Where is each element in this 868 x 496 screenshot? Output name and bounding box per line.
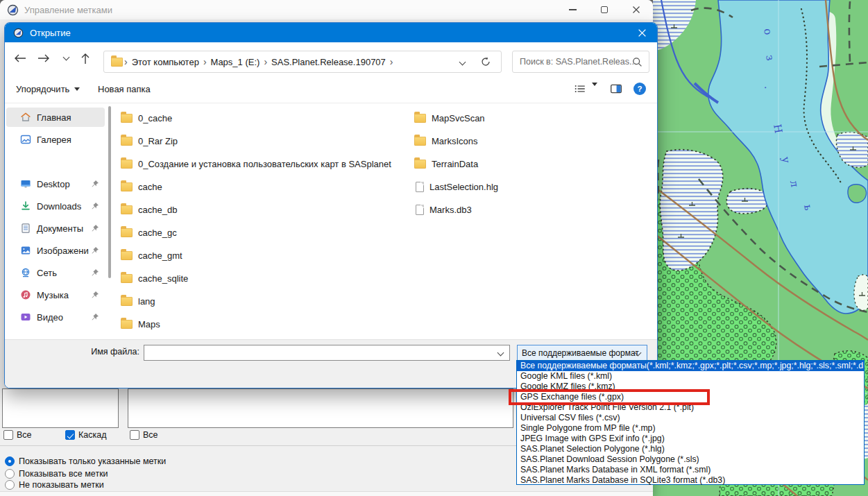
file-item[interactable]: 0_Создание и установка пользовательских … <box>121 153 412 176</box>
pin-icon <box>91 313 99 321</box>
organize-button[interactable]: Упорядочить <box>16 74 80 103</box>
sidebar-item-gallery[interactable]: Галерея <box>6 130 105 149</box>
sidebar-scrollbar[interactable] <box>108 106 111 278</box>
checkbox-cascade[interactable]: Каскад <box>65 430 106 440</box>
file-item[interactable]: TerrainData <box>414 153 643 176</box>
file-item[interactable]: cache_sqlite <box>121 267 412 290</box>
sidebar-item-music[interactable]: Музыка <box>6 285 105 305</box>
filetype-option-sls[interactable]: SAS.Planet Download Session Polygone (*.… <box>517 454 864 465</box>
back-button[interactable] <box>12 50 28 67</box>
file-item[interactable]: 0_cache <box>121 107 412 130</box>
caret-down-icon <box>74 87 80 91</box>
filetype-option-sml[interactable]: SAS.Planet Marks Database in XML format … <box>517 465 864 475</box>
folder-icon <box>121 160 133 169</box>
close-icon <box>632 6 640 14</box>
checkbox-label: Все <box>143 430 158 440</box>
sidebar-item-label: Главная <box>37 112 71 123</box>
breadcrumb-item-drive[interactable]: Maps_1 (E:) <box>211 57 260 67</box>
radio-icon[interactable] <box>5 480 15 490</box>
sidebar-item-label: Изображени <box>37 246 89 256</box>
view-mode-button[interactable] <box>574 83 586 95</box>
filetype-option-gpx[interactable]: GPS Exchange files (*.gpx) <box>517 392 864 402</box>
folder-icon <box>121 320 133 329</box>
preview-pane-button[interactable] <box>610 83 622 95</box>
forward-button[interactable] <box>35 50 52 67</box>
checkbox-icon[interactable] <box>3 430 13 440</box>
maximize-button[interactable] <box>593 0 616 19</box>
sidebar-item-home[interactable]: Главная <box>6 108 105 127</box>
marks-listbox[interactable] <box>128 388 513 428</box>
sidebar-item-label: Сеть <box>37 268 57 278</box>
checkbox-all-1[interactable]: Все <box>3 430 32 440</box>
sidebar-item-network[interactable]: Сеть <box>6 263 105 282</box>
file-item[interactable]: MapSvcScan <box>414 107 643 130</box>
file-item[interactable]: lang <box>121 290 412 313</box>
file-item[interactable]: cache_gc <box>121 221 412 244</box>
documents-icon <box>20 223 31 234</box>
sidebar-item-videos[interactable]: Видео <box>6 307 105 327</box>
radio-icon[interactable] <box>5 469 15 479</box>
filetype-option-mp[interactable]: Single Polygone from MP file (*.mp) <box>517 423 864 434</box>
file-name: TerrainData <box>432 159 478 169</box>
file-name: cache_gc <box>138 228 177 238</box>
folder-icon <box>121 297 133 306</box>
file-name: cache <box>138 182 162 192</box>
sasplanet-icon <box>13 28 24 38</box>
file-item[interactable]: Maps <box>121 313 412 336</box>
folder-icon <box>121 182 133 191</box>
folder-icon <box>414 160 426 169</box>
filename-input[interactable] <box>144 345 510 361</box>
checkbox-all-2[interactable]: Все <box>130 430 158 440</box>
filetype-option-all[interactable]: Все поддерживаемые форматы(*.kml;*.kmz;*… <box>517 361 864 371</box>
sidebar-item-downloads[interactable]: Downloads <box>6 196 105 216</box>
file-item[interactable]: MarksIcons <box>414 130 643 153</box>
file-list-column-1: 0_cache 0_Rar Zip 0_Создание и установка… <box>121 107 412 336</box>
breadcrumb-item-this-pc[interactable]: Этот компьютер <box>132 57 199 67</box>
map-island <box>848 185 867 203</box>
filetype-option-plt[interactable]: OziExplorer Track Point File Version 2.1… <box>517 402 864 413</box>
breadcrumb[interactable]: › Этот компьютер › Maps_1 (E:) › SAS.Pla… <box>103 51 502 73</box>
radio-show-selected-marks[interactable]: Показывать только указанные метки <box>5 456 166 466</box>
file-item[interactable]: Marks.db3 <box>414 198 643 221</box>
new-folder-button[interactable]: Новая папка <box>98 74 151 103</box>
filetype-option-db3[interactable]: SAS.Planet Marks Database in SQLite3 for… <box>517 475 864 486</box>
close-button[interactable] <box>624 0 648 19</box>
filetype-option-jpg[interactable]: JPEG Image with GPS Exif info (*.jpg) <box>517 434 864 444</box>
file-item[interactable]: 0_Rar Zip <box>121 130 412 153</box>
radio-label: Показывать только указанные метки <box>19 456 166 466</box>
radio-selected-icon[interactable] <box>5 456 15 466</box>
filename-label: Имя файла: <box>46 344 139 360</box>
category-listbox[interactable] <box>2 388 119 428</box>
folder-icon <box>121 114 133 123</box>
refresh-icon[interactable] <box>480 56 491 67</box>
file-item[interactable]: cache_db <box>121 198 412 221</box>
address-dropdown-icon[interactable] <box>459 58 466 65</box>
file-item[interactable]: cache <box>121 176 412 198</box>
sidebar-item-documents[interactable]: Документы <box>6 219 105 238</box>
up-button[interactable] <box>77 50 94 67</box>
folder-icon <box>121 205 133 214</box>
checkbox-icon[interactable] <box>130 430 139 440</box>
breadcrumb-item-folder[interactable]: SAS.Planet.Release.190707 <box>271 57 386 67</box>
filetype-option-kml[interactable]: Google KML files (*.kml) <box>517 371 864 382</box>
minimize-button[interactable] <box>561 0 584 19</box>
recent-locations-button[interactable] <box>58 50 74 67</box>
radio-hide-marks[interactable]: Не показывать метки <box>5 480 104 490</box>
help-button[interactable]: ? <box>633 83 646 95</box>
sidebar-item-pictures[interactable]: Изображени <box>6 241 105 260</box>
folder-icon <box>121 228 133 237</box>
radio-show-all-marks[interactable]: Показывать все метки <box>5 469 108 479</box>
file-item[interactable]: cache_gmt <box>121 244 412 267</box>
sidebar-item-desktop[interactable]: Desktop <box>6 174 105 194</box>
desktop-icon <box>20 178 31 189</box>
dialog-close-button[interactable] <box>629 23 654 42</box>
filetype-option-hlg[interactable]: SAS.Planet Selection Polygone (*.hlg) <box>517 444 864 454</box>
view-mode-dropdown[interactable] <box>592 86 604 99</box>
filetype-option-kmz[interactable]: Google KMZ files (*.kmz) <box>517 382 864 392</box>
filetype-select[interactable]: Все поддерживаемые формат <box>517 345 647 361</box>
search-box[interactable]: Поиск в: SAS.Planet.Releas... <box>512 51 649 73</box>
arrow-left-icon <box>14 53 26 63</box>
checkbox-checked-icon[interactable] <box>65 430 75 440</box>
file-item[interactable]: LastSelection.hlg <box>414 176 643 198</box>
filetype-option-csv[interactable]: Universal CSV files (*.csv) <box>517 413 864 423</box>
